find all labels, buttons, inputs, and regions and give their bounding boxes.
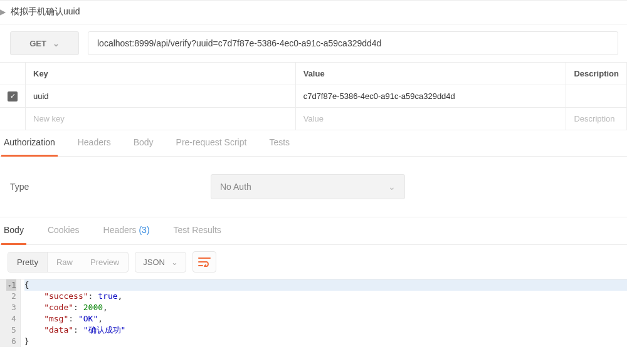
- code-line: "success": true,: [24, 291, 627, 302]
- auth-type-value: No Auth: [220, 182, 251, 192]
- row-description[interactable]: [566, 85, 627, 108]
- rtab-cookies[interactable]: Cookies: [45, 217, 82, 245]
- col-header-check: [0, 63, 26, 85]
- placeholder-key[interactable]: New key: [26, 108, 296, 130]
- chevron-right-icon: ▶: [0, 8, 6, 16]
- chevron-down-icon: ⌄: [171, 257, 178, 267]
- code-line: {: [24, 279, 627, 291]
- rtab-headers-label: Headers: [103, 225, 137, 235]
- request-title: 模拟手机确认uuid: [11, 6, 80, 18]
- code-line: }: [24, 336, 627, 347]
- method-dropdown[interactable]: GET ⌄: [10, 31, 79, 55]
- pill-pretty[interactable]: Pretty: [8, 252, 48, 272]
- row-value[interactable]: c7d7f87e-5386-4ec0-a91c-a59ca329dd4d: [295, 85, 566, 108]
- lang-select[interactable]: JSON ⌄: [135, 252, 186, 273]
- format-pill-group: Pretty Raw Preview: [8, 252, 129, 273]
- request-tabs: Authorization Headers Body Pre-request S…: [0, 130, 627, 157]
- tab-body[interactable]: Body: [131, 130, 156, 157]
- params-table: Key Value Description ✓ uuid c7d7f87e-53…: [0, 62, 627, 130]
- tab-prerequest[interactable]: Pre-request Script: [174, 130, 250, 157]
- auth-type-label: Type: [10, 182, 211, 192]
- rtab-headers-count: (3): [139, 225, 149, 235]
- chevron-down-icon: ⌄: [53, 39, 60, 48]
- chevron-down-icon: ⌄: [388, 182, 396, 192]
- tab-headers[interactable]: Headers: [75, 130, 113, 157]
- response-body-editor[interactable]: ▾1 23456 { "success": true, "code": 2000…: [0, 279, 627, 347]
- url-input[interactable]: [88, 31, 618, 55]
- row-checkbox-cell[interactable]: ✓: [0, 85, 26, 108]
- gutter: ▾1 23456: [0, 279, 21, 347]
- placeholder-value[interactable]: Value: [295, 108, 566, 130]
- checkbox-checked-icon[interactable]: ✓: [8, 91, 18, 101]
- rtab-body[interactable]: Body: [1, 217, 26, 245]
- table-row-placeholder[interactable]: New key Value Description: [0, 108, 627, 130]
- pill-preview[interactable]: Preview: [82, 252, 128, 272]
- code-line: "code": 2000,: [24, 302, 627, 313]
- auth-type-select[interactable]: No Auth ⌄: [211, 174, 405, 199]
- rtab-test-results[interactable]: Test Results: [171, 217, 224, 245]
- code-line: "msg": "OK",: [24, 313, 627, 325]
- response-tabs: Body Cookies Headers (3) Test Results: [0, 217, 627, 245]
- wrap-icon: [198, 257, 211, 267]
- code-line: "data": "确认成功": [24, 325, 627, 336]
- table-row[interactable]: ✓ uuid c7d7f87e-5386-4ec0-a91c-a59ca329d…: [0, 85, 627, 108]
- row-key[interactable]: uuid: [26, 85, 296, 108]
- wrap-lines-button[interactable]: [192, 251, 216, 273]
- tab-authorization[interactable]: Authorization: [1, 130, 58, 157]
- placeholder-description[interactable]: Description: [566, 108, 627, 130]
- format-row: Pretty Raw Preview JSON ⌄: [0, 245, 627, 279]
- breadcrumb: ▶ 模拟手机确认uuid: [0, 1, 627, 24]
- col-header-description: Description: [566, 63, 627, 85]
- code-lines: { "success": true, "code": 2000, "msg": …: [21, 279, 627, 347]
- rtab-headers[interactable]: Headers (3): [101, 217, 152, 245]
- col-header-key: Key: [26, 63, 296, 85]
- auth-type-row: Type No Auth ⌄: [0, 157, 627, 217]
- request-row: GET ⌄: [0, 24, 627, 62]
- pill-raw[interactable]: Raw: [48, 252, 82, 272]
- tab-tests[interactable]: Tests: [266, 130, 292, 157]
- lang-select-label: JSON: [143, 257, 165, 267]
- method-label: GET: [29, 39, 46, 48]
- col-header-value: Value: [295, 63, 566, 85]
